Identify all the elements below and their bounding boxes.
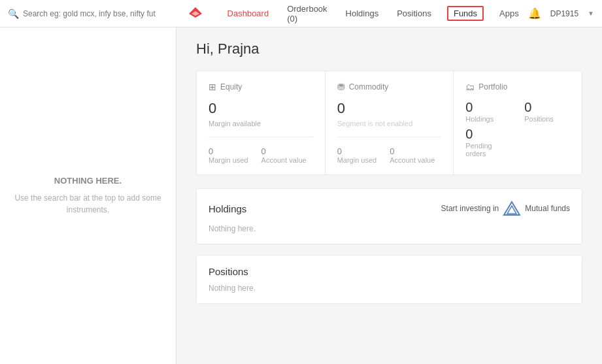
portfolio-grid: 0 Holdings 0 Positions 0 Pending orders (465, 100, 570, 157)
equity-account-value: 0 Account value (261, 146, 307, 164)
commodity-main-value: 0 (337, 100, 442, 117)
nav-icons: 🔔 DP1915 ▼ (528, 7, 594, 20)
mutual-funds-prompt-text: Start investing in (441, 204, 499, 213)
nav-orderbook[interactable]: Orderbook (0) (284, 3, 329, 25)
commodity-card: ⛃ Commodity 0 Segment is not enabled 0 M… (326, 71, 454, 174)
positions-section: Positions Nothing here. (196, 255, 582, 304)
portfolio-card: 🗂 Portfolio 0 Holdings 0 Positions 0 Pen… (454, 71, 582, 174)
commodity-icon: ⛃ (337, 82, 345, 92)
commodity-margin-used: 0 Margin used (337, 146, 377, 164)
nav-dashboard[interactable]: Dashboard (225, 7, 272, 20)
nav-positions[interactable]: Positions (394, 7, 434, 20)
sidebar-empty-text: Use the search bar at the top to add som… (13, 192, 163, 216)
holdings-title: Holdings (209, 203, 246, 214)
main-layout: NOTHING HERE. Use the search bar at the … (0, 27, 602, 364)
positions-empty-text: Nothing here. (209, 284, 570, 293)
positions-title: Positions (209, 266, 248, 277)
sidebar: NOTHING HERE. Use the search bar at the … (0, 27, 176, 364)
holdings-section: Holdings Start investing in Mutual funds… (196, 188, 582, 244)
search-area: 🔍 (8, 8, 167, 19)
positions-section-header: Positions (209, 266, 570, 277)
sidebar-empty-title: NOTHING HERE. (54, 176, 122, 186)
nav-apps[interactable]: Apps (497, 7, 522, 20)
commodity-sub-row: 0 Margin used 0 Account value (337, 146, 442, 164)
search-icon: 🔍 (8, 8, 19, 19)
portfolio-icon: 🗂 (465, 82, 475, 92)
nav-funds[interactable]: Funds (447, 6, 484, 21)
svg-marker-2 (504, 202, 520, 215)
page-greeting: Hi, Prajna (196, 41, 582, 58)
mutual-funds-label: Mutual funds (525, 204, 570, 213)
equity-icon: ⊞ (209, 82, 216, 92)
commodity-account-value: 0 Account value (390, 146, 435, 164)
portfolio-positions: 0 Positions (524, 100, 570, 123)
nav-holdings[interactable]: Holdings (343, 7, 382, 20)
user-account[interactable]: DP1915 (550, 9, 578, 18)
equity-margin-available-value: 0 (209, 100, 313, 117)
user-chevron-icon: ▼ (588, 10, 594, 17)
equity-card-header: ⊞ Equity (209, 82, 313, 92)
equity-card-title: Equity (220, 82, 242, 91)
portfolio-card-header: 🗂 Portfolio (465, 82, 570, 92)
main-content: Hi, Prajna ⊞ Equity 0 Margin available 0… (176, 27, 602, 364)
holdings-section-header: Holdings Start investing in Mutual funds (209, 199, 570, 218)
nav-links: Dashboard Orderbook (0) Holdings Positio… (225, 3, 522, 25)
kite-logo[interactable] (186, 5, 205, 23)
holdings-empty-text: Nothing here. (209, 224, 570, 233)
notification-bell-icon[interactable]: 🔔 (528, 7, 541, 20)
portfolio-holdings: 0 Holdings (465, 100, 511, 123)
funds-cards-row: ⊞ Equity 0 Margin available 0 Margin use… (196, 71, 582, 175)
equity-sub-row: 0 Margin used 0 Account value (209, 146, 313, 164)
commodity-card-title: Commodity (349, 82, 389, 91)
commodity-disabled-label: Segment is not enabled (337, 120, 442, 127)
portfolio-card-title: Portfolio (478, 82, 507, 91)
mutual-funds-link[interactable]: Start investing in Mutual funds (441, 199, 570, 218)
equity-margin-available-label: Margin available (209, 120, 313, 127)
equity-card: ⊞ Equity 0 Margin available 0 Margin use… (197, 71, 326, 174)
logo-area (167, 5, 225, 23)
equity-margin-used: 0 Margin used (209, 146, 248, 164)
portfolio-pending-orders: 0 Pending orders (465, 127, 511, 157)
mutual-funds-icon (503, 199, 521, 218)
commodity-card-header: ⛃ Commodity (337, 82, 442, 92)
search-input[interactable] (23, 9, 167, 18)
navbar: 🔍 Dashboard Orderbook (0) Holdings Posit… (0, 0, 602, 27)
